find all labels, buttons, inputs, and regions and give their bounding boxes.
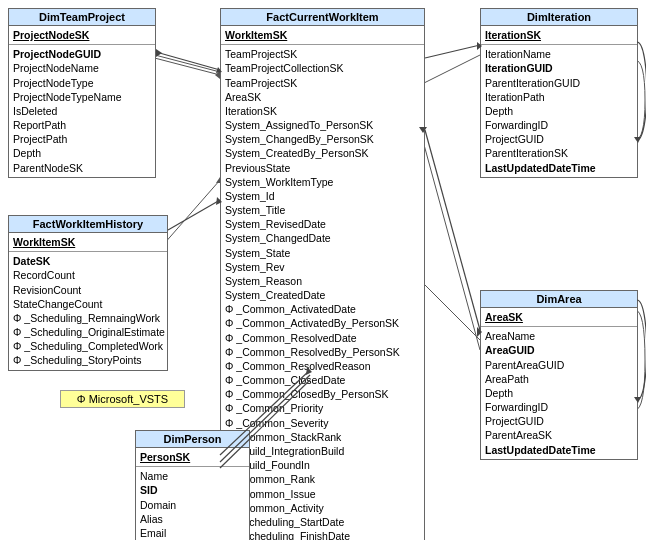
field-row: Alias xyxy=(140,512,245,526)
svg-line-3 xyxy=(420,55,480,85)
field-row: SID xyxy=(140,483,245,497)
field-row: Φ _Scheduling_CompletedWork xyxy=(13,339,163,353)
field-row: ProjectPath xyxy=(13,132,151,146)
field-row: Φ _Common_ResolvedBy_PersonSK xyxy=(225,345,420,359)
diagram-container: DimTeamProject ProjectNodeSK ProjectNode… xyxy=(0,0,646,540)
pk-dimteamproject: ProjectNodeSK xyxy=(13,28,151,42)
field-row: Φ _Common_ResolvedReason xyxy=(225,359,420,373)
pk-section-dimiteration: IterationSK xyxy=(481,26,637,45)
field-row: Φ _Common_ClosedDate xyxy=(225,373,420,387)
title-factworkitemhistory: FactWorkItemHistory xyxy=(9,216,167,233)
field-row: Name xyxy=(140,469,245,483)
fields-dimiteration: IterationName IterationGUID ParentIterat… xyxy=(481,45,637,177)
field-row: System_Rev xyxy=(225,260,420,274)
table-dimarea: DimArea AreaSK AreaName AreaGUID ParentA… xyxy=(480,290,638,460)
field-row: Φ _Scheduling_FinishDate xyxy=(225,529,420,540)
field-row: ProjectNodeType xyxy=(13,76,151,90)
field-row: ReportPath xyxy=(13,118,151,132)
field-row: ProjectNodeGUID xyxy=(13,47,151,61)
field-row: ProjectNodeTypeName xyxy=(13,90,151,104)
field-row: ParentIterationGUID xyxy=(485,76,633,90)
field-row: System_Title xyxy=(225,203,420,217)
field-row: TeamProjectSK xyxy=(225,76,420,90)
pk-dimiteration: IterationSK xyxy=(485,28,633,42)
field-row: StateChangeCount xyxy=(13,297,163,311)
field-row: LastUpdatedDateTime xyxy=(485,443,633,457)
title-dimperson: DimPerson xyxy=(136,431,249,448)
field-row: Φ _Build_IntegrationBuild xyxy=(225,444,420,458)
svg-line-5 xyxy=(420,280,480,340)
field-row: IterationName xyxy=(485,47,633,61)
svg-line-22 xyxy=(168,200,220,230)
field-row: System_RevisedDate xyxy=(225,217,420,231)
field-row: LastUpdatedDateTime xyxy=(485,161,633,175)
table-factworkitemhistory: FactWorkItemHistory WorkItemSK DateSK Re… xyxy=(8,215,168,371)
fields-dimperson: Name SID Domain Alias Email xyxy=(136,467,249,540)
title-dimiteration: DimIteration xyxy=(481,9,637,26)
pk-section-factworkitemhistory: WorkItemSK xyxy=(9,233,167,252)
microsoft-vsts-label: Φ Microsoft_VSTS xyxy=(77,393,168,405)
field-row: AreaName xyxy=(485,329,633,343)
svg-line-2 xyxy=(155,55,220,72)
field-row: ParentAreaGUID xyxy=(485,358,633,372)
field-row: System_WorkItemType xyxy=(225,175,420,189)
field-row: System_ChangedBy_PersonSK xyxy=(225,132,420,146)
field-row: System_AssignedTo_PersonSK xyxy=(225,118,420,132)
svg-line-16 xyxy=(156,52,220,70)
field-row: Φ _Common_ClosedBy_PersonSK xyxy=(225,387,420,401)
field-row: System_CreatedDate xyxy=(225,288,420,302)
field-row: Φ _Scheduling_StoryPoints xyxy=(13,353,163,367)
field-row: IterationSK xyxy=(225,104,420,118)
svg-marker-30 xyxy=(156,49,162,57)
svg-line-18 xyxy=(425,45,480,58)
field-row: Φ _Common_ActivatedBy_PersonSK xyxy=(225,316,420,330)
pk-section-dimarea: AreaSK xyxy=(481,308,637,327)
title-dimteamproject: DimTeamProject xyxy=(9,9,155,26)
field-row: Φ _Common_StackRank xyxy=(225,430,420,444)
field-row: Φ _Scheduling_RemnaingWork xyxy=(13,311,163,325)
pk-section-factcurrentworkitem: WorkItemSK xyxy=(221,26,424,45)
field-row: Domain xyxy=(140,498,245,512)
field-row: IterationPath xyxy=(485,90,633,104)
pk-dimperson: PersonSK xyxy=(140,450,245,464)
svg-line-8 xyxy=(163,180,220,245)
pk-section-dimteamproject: ProjectNodeSK xyxy=(9,26,155,45)
field-row: AreaPath xyxy=(485,372,633,386)
pk-factcurrentworkitem: WorkItemSK xyxy=(225,28,420,42)
table-dimteamproject: DimTeamProject ProjectNodeSK ProjectNode… xyxy=(8,8,156,178)
field-row: Depth xyxy=(13,146,151,160)
field-row: AreaGUID xyxy=(485,343,633,357)
field-row: TeamProjectSK xyxy=(225,47,420,61)
field-row: Φ _Common_Severity xyxy=(225,416,420,430)
svg-line-20 xyxy=(425,130,480,330)
field-row: AreaSK xyxy=(225,90,420,104)
field-row: System_CreatedBy_PersonSK xyxy=(225,146,420,160)
table-dimiteration: DimIteration IterationSK IterationName I… xyxy=(480,8,638,178)
title-factcurrentworkitem: FactCurrentWorkItem xyxy=(221,9,424,26)
field-row: System_Id xyxy=(225,189,420,203)
field-row: ForwardingID xyxy=(485,118,633,132)
field-row: Φ _Common_Rank xyxy=(225,472,420,486)
field-row: RecordCount xyxy=(13,268,163,282)
field-row: Depth xyxy=(485,386,633,400)
fields-dimteamproject: ProjectNodeGUID ProjectNodeName ProjectN… xyxy=(9,45,155,177)
table-dimperson: DimPerson PersonSK Name SID Domain Alias… xyxy=(135,430,250,540)
field-row: Φ _Common_ActivatedDate xyxy=(225,302,420,316)
field-row: ParentNodeSK xyxy=(13,161,151,175)
field-row: ParentAreaSK xyxy=(485,428,633,442)
fields-dimarea: AreaName AreaGUID ParentAreaGUID AreaPat… xyxy=(481,327,637,459)
field-row: ProjectNodeName xyxy=(13,61,151,75)
field-row: Φ _Common_ResolvedDate xyxy=(225,331,420,345)
field-row: Depth xyxy=(485,104,633,118)
field-row: DateSK xyxy=(13,254,163,268)
field-row: ProjectGUID xyxy=(485,132,633,146)
field-row: Φ _Scheduling_OriginalEstimate xyxy=(13,325,163,339)
field-row: System_Reason xyxy=(225,274,420,288)
pk-dimarea: AreaSK xyxy=(485,310,633,324)
pk-section-dimperson: PersonSK xyxy=(136,448,249,467)
field-row: Φ _Common_Issue xyxy=(225,487,420,501)
field-row: IterationGUID xyxy=(485,61,633,75)
fields-factworkitemhistory: DateSK RecordCount RevisionCount StateCh… xyxy=(9,252,167,369)
field-row: Φ _Scheduling_StartDate xyxy=(225,515,420,529)
fields-factcurrentworkitem: TeamProjectSK TeamProjectCollectionSK Te… xyxy=(221,45,424,540)
